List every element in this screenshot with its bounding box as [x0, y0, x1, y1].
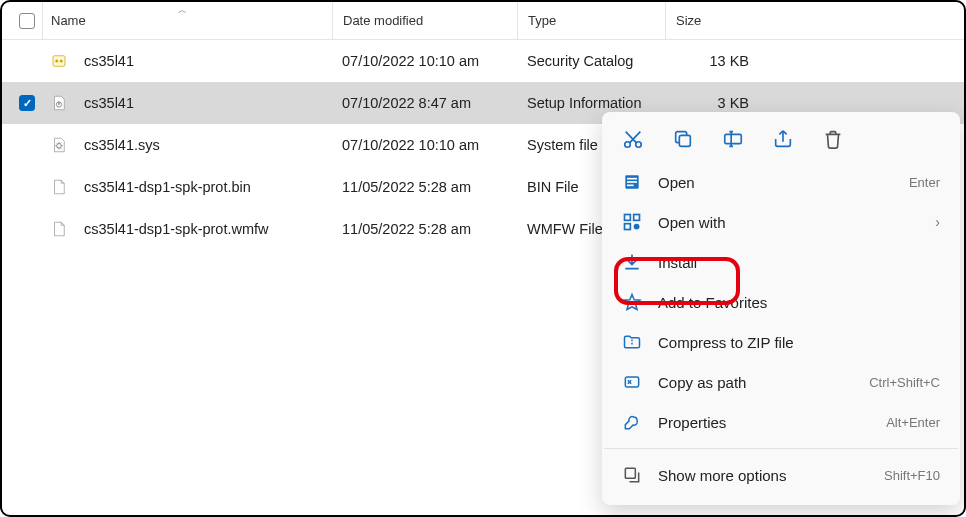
column-header-name[interactable]: Name [42, 2, 332, 39]
context-label: Open with [658, 214, 935, 231]
row-checkbox[interactable] [19, 95, 35, 111]
context-label: Compress to ZIP file [658, 334, 940, 351]
svg-rect-7 [679, 135, 690, 146]
open-icon [622, 172, 642, 192]
file-name-cell[interactable]: cs35l41 [42, 94, 332, 112]
context-item-open[interactable]: Open Enter [602, 162, 960, 202]
copy-icon[interactable] [672, 128, 694, 150]
file-type-icon [50, 178, 68, 196]
file-name-cell[interactable]: cs35l41-dsp1-spk-prot.wmfw [42, 220, 332, 238]
context-shortcut: Enter [909, 175, 940, 190]
file-date: 11/05/2022 5:28 am [332, 221, 517, 237]
context-item-properties[interactable]: Properties Alt+Enter [602, 402, 960, 442]
wrench-icon [622, 412, 642, 432]
svg-rect-11 [627, 181, 637, 183]
file-date: 07/10/2022 8:47 am [332, 95, 517, 111]
context-item-openwith[interactable]: Open with › [602, 202, 960, 242]
file-name: cs35l41 [84, 95, 134, 111]
file-type-icon [50, 94, 68, 112]
chevron-right-icon: › [935, 214, 940, 230]
svg-rect-12 [627, 185, 634, 187]
context-label: Add to Favorites [658, 294, 940, 311]
file-date: 07/10/2022 10:10 am [332, 137, 517, 153]
sort-indicator-icon: ︿ [178, 4, 187, 17]
file-type: Setup Information [517, 95, 665, 111]
context-item-favorites[interactable]: Add to Favorites [602, 282, 960, 322]
svg-point-1 [55, 60, 58, 63]
select-all-cell[interactable] [12, 13, 42, 29]
svg-rect-15 [625, 224, 631, 230]
cut-icon[interactable] [622, 128, 644, 150]
context-separator [604, 448, 958, 449]
context-shortcut: Shift+F10 [884, 468, 940, 483]
file-name-cell[interactable]: cs35l41 [42, 52, 332, 70]
context-menu: Open Enter Open with › Install Add to Fa… [602, 112, 960, 505]
file-type-icon [50, 136, 68, 154]
install-icon [622, 252, 642, 272]
context-shortcut: Ctrl+Shift+C [869, 375, 940, 390]
column-header-size[interactable]: Size [665, 2, 763, 39]
context-toolbar [602, 118, 960, 162]
context-label: Install [658, 254, 940, 271]
file-row[interactable]: cs35l4107/10/2022 10:10 amSecurity Catal… [2, 40, 964, 82]
column-header-date[interactable]: Date modified [332, 2, 517, 39]
svg-point-16 [634, 224, 640, 230]
file-type-icon [50, 52, 68, 70]
context-item-more[interactable]: Show more options Shift+F10 [602, 455, 960, 495]
context-label: Open [658, 174, 909, 191]
copypath-icon [622, 372, 642, 392]
context-item-copypath[interactable]: Copy as path Ctrl+Shift+C [602, 362, 960, 402]
context-shortcut: Alt+Enter [886, 415, 940, 430]
context-item-compress[interactable]: Compress to ZIP file [602, 322, 960, 362]
context-label: Copy as path [658, 374, 869, 391]
file-type: Security Catalog [517, 53, 665, 69]
file-size: 13 KB [665, 53, 763, 69]
openwith-icon [622, 212, 642, 232]
column-header-row: ︿ Name Date modified Type Size [2, 2, 964, 40]
svg-rect-10 [627, 178, 637, 180]
file-name: cs35l41-dsp1-spk-prot.wmfw [84, 221, 269, 237]
svg-rect-18 [625, 468, 635, 478]
context-label: Properties [658, 414, 886, 431]
select-all-checkbox[interactable] [19, 13, 35, 29]
more-options-icon [622, 465, 642, 485]
svg-rect-17 [625, 377, 638, 387]
svg-rect-0 [53, 56, 65, 67]
file-date: 07/10/2022 10:10 am [332, 53, 517, 69]
rename-icon[interactable] [722, 128, 744, 150]
context-item-install[interactable]: Install [602, 242, 960, 282]
file-name: cs35l41-dsp1-spk-prot.bin [84, 179, 251, 195]
file-date: 11/05/2022 5:28 am [332, 179, 517, 195]
file-name: cs35l41 [84, 53, 134, 69]
svg-rect-8 [725, 134, 742, 143]
svg-point-5 [625, 142, 631, 148]
star-icon [622, 292, 642, 312]
share-icon[interactable] [772, 128, 794, 150]
file-name: cs35l41.sys [84, 137, 160, 153]
svg-point-6 [636, 142, 642, 148]
file-type-icon [50, 220, 68, 238]
row-checkbox-cell[interactable] [12, 95, 42, 111]
zip-icon [622, 332, 642, 352]
file-name-cell[interactable]: cs35l41.sys [42, 136, 332, 154]
svg-point-2 [60, 60, 63, 63]
delete-icon[interactable] [822, 128, 844, 150]
svg-rect-13 [625, 215, 631, 221]
context-label: Show more options [658, 467, 884, 484]
file-name-cell[interactable]: cs35l41-dsp1-spk-prot.bin [42, 178, 332, 196]
file-size: 3 KB [665, 95, 763, 111]
column-header-type[interactable]: Type [517, 2, 665, 39]
svg-rect-14 [634, 215, 640, 221]
